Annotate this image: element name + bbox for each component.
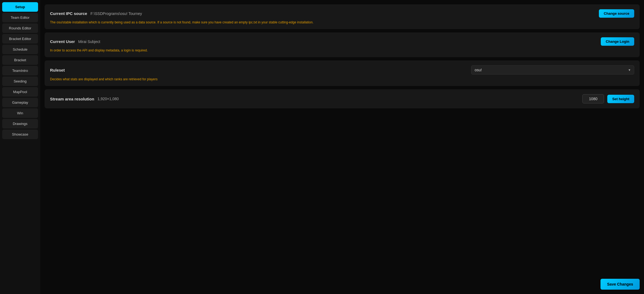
sidebar-item-bracket[interactable]: Bracket — [2, 55, 38, 65]
set-height-button[interactable]: Set height — [607, 95, 634, 103]
sidebar-item-drawings[interactable]: Drawings — [2, 119, 38, 128]
sidebar-item-teamintro[interactable]: TeamIntro — [2, 66, 38, 75]
sidebar-item-schedule[interactable]: Schedule — [2, 45, 38, 54]
sidebar-item-gameplay[interactable]: Gameplay — [2, 98, 38, 107]
sidebar: Setup Team Editor Rounds Editor Bracket … — [0, 0, 40, 294]
sidebar-item-rounds-editor[interactable]: Rounds Editor — [2, 23, 38, 33]
main-content: Current IPC source F:\SSDPrograms\osu! T… — [40, 0, 644, 294]
ipc-source-label: Current IPC source — [50, 11, 87, 16]
sidebar-item-setup[interactable]: Setup — [2, 2, 38, 12]
resolution-label: Stream area resolution — [50, 97, 94, 101]
ruleset-label: Ruleset — [50, 68, 65, 72]
current-user-label: Current User — [50, 39, 75, 44]
resolution-card: Stream area resolution 1,920×1,080 Set h… — [45, 89, 640, 108]
resolution-value: 1,920×1,080 — [98, 97, 579, 101]
sidebar-item-mappool[interactable]: MapPool — [2, 87, 38, 97]
ruleset-select-wrapper: osu!osu!taikoosu!catchosu!mania — [471, 65, 634, 75]
sidebar-item-bracket-editor[interactable]: Bracket Editor — [2, 34, 38, 44]
ruleset-warning-text: Decides what stats are displayed and whi… — [50, 77, 634, 81]
sidebar-item-seeding[interactable]: Seeding — [2, 76, 38, 86]
sidebar-item-team-editor[interactable]: Team Editor — [2, 13, 38, 22]
ruleset-card: Ruleset osu!osu!taikoosu!catchosu!mania … — [45, 60, 640, 86]
ipc-source-card: Current IPC source F:\SSDPrograms\osu! T… — [45, 4, 640, 29]
ipc-warning-text: The osu!stable installation which is cur… — [50, 20, 634, 24]
user-info-text: In order to access the API and display m… — [50, 48, 634, 52]
sidebar-item-showcase[interactable]: Showcase — [2, 130, 38, 139]
change-source-button[interactable]: Change source — [599, 9, 634, 18]
ruleset-select[interactable]: osu!osu!taikoosu!catchosu!mania — [471, 65, 634, 75]
ipc-source-value: F:\SSDPrograms\osu! Tourney — [91, 11, 596, 16]
current-user-card: Current User Mirai Subject Change Login … — [45, 32, 640, 57]
sidebar-item-win[interactable]: Win — [2, 108, 38, 118]
resolution-height-input[interactable] — [582, 94, 604, 103]
save-changes-button[interactable]: Save Changes — [601, 279, 640, 290]
current-user-value: Mirai Subject — [78, 39, 598, 44]
change-login-button[interactable]: Change Login — [601, 37, 634, 46]
